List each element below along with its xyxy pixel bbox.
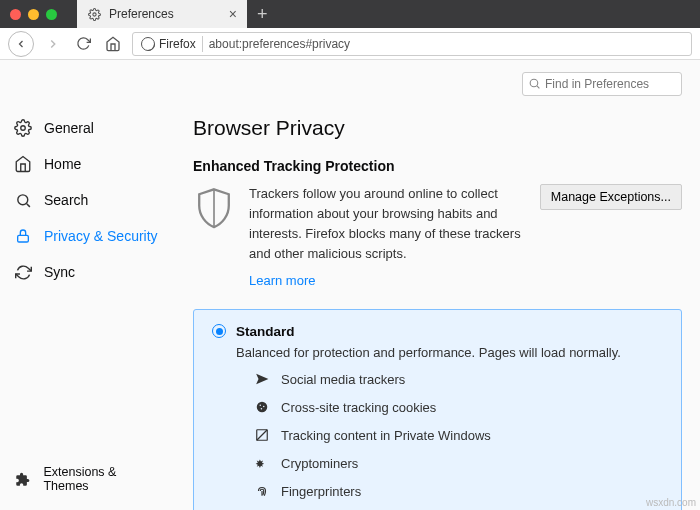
sidebar-item-sync[interactable]: Sync [0, 254, 175, 290]
svg-point-5 [530, 79, 538, 87]
url-separator [202, 36, 203, 52]
svg-point-1 [21, 126, 26, 131]
browser-tab-preferences[interactable]: Preferences × [77, 0, 247, 28]
window-zoom[interactable] [46, 9, 57, 20]
tab-title: Preferences [109, 7, 221, 21]
sidebar-item-extensions[interactable]: Extensions & Themes [0, 456, 175, 502]
search-icon [528, 77, 541, 90]
etp-description-block: Trackers follow you around online to col… [249, 184, 526, 291]
svg-point-0 [92, 12, 95, 15]
url-bar[interactable]: Firefox about:preferences#privacy [132, 32, 692, 56]
svg-line-6 [537, 86, 539, 88]
tracker-cryptominers: Cryptominers [254, 456, 663, 471]
svg-point-10 [260, 408, 262, 410]
tracking-content-icon [254, 428, 269, 443]
fingerprinter-icon [254, 484, 269, 499]
svg-point-8 [259, 405, 261, 407]
find-in-preferences-input[interactable] [522, 72, 682, 96]
shield-icon [193, 184, 235, 232]
puzzle-icon [14, 470, 31, 488]
etp-description: Trackers follow you around online to col… [249, 186, 521, 261]
url-text: about:preferences#privacy [209, 37, 350, 51]
preferences-main: Browser Privacy Enhanced Tracking Protec… [175, 60, 700, 510]
tracker-content: Tracking content in Private Windows [254, 428, 663, 443]
window-titlebar: Preferences × + [0, 0, 700, 28]
tracker-label: Fingerprinters [281, 484, 361, 499]
svg-rect-4 [18, 235, 29, 242]
sidebar-item-home[interactable]: Home [0, 146, 175, 182]
preferences-content: General Home Search Privacy & Security S… [0, 60, 700, 510]
watermark: wsxdn.com [646, 497, 696, 508]
identity-label: Firefox [159, 37, 196, 51]
nav-toolbar: Firefox about:preferences#privacy [0, 28, 700, 60]
forward-button[interactable] [42, 33, 64, 55]
cryptominer-icon [254, 456, 269, 471]
sidebar-item-label: General [44, 120, 94, 136]
sidebar-item-label: Extensions & Themes [43, 465, 161, 493]
svg-line-12 [256, 430, 267, 441]
back-button[interactable] [8, 31, 34, 57]
sidebar-item-privacy[interactable]: Privacy & Security [0, 218, 175, 254]
new-tab-button[interactable]: + [247, 4, 278, 25]
tab-close-button[interactable]: × [229, 6, 237, 22]
learn-more-link[interactable]: Learn more [249, 271, 315, 291]
gear-icon [14, 119, 32, 137]
identity-box[interactable]: Firefox [141, 37, 196, 51]
search-icon [14, 191, 32, 209]
sidebar-item-label: Sync [44, 264, 75, 280]
tracker-fingerprinters: Fingerprinters [254, 484, 663, 499]
cookie-icon [254, 400, 269, 415]
sidebar-item-general[interactable]: General [0, 110, 175, 146]
etp-header-row: Trackers follow you around online to col… [193, 184, 682, 291]
window-controls [0, 9, 77, 20]
standard-description: Balanced for protection and performance.… [236, 345, 663, 360]
tracker-label: Cross-site tracking cookies [281, 400, 436, 415]
svg-point-9 [262, 406, 264, 408]
lock-icon [14, 227, 32, 245]
standard-label: Standard [236, 324, 295, 339]
home-icon [14, 155, 32, 173]
firefox-icon [141, 37, 155, 51]
page-title: Browser Privacy [193, 116, 682, 140]
svg-line-3 [26, 203, 29, 206]
tracker-label: Social media trackers [281, 372, 405, 387]
tracker-cookies: Cross-site tracking cookies [254, 400, 663, 415]
reload-button[interactable] [72, 33, 94, 55]
tracker-label: Cryptominers [281, 456, 358, 471]
sidebar-item-label: Privacy & Security [44, 228, 158, 244]
manage-exceptions-button[interactable]: Manage Exceptions... [540, 184, 682, 210]
svg-point-2 [17, 194, 27, 204]
social-tracker-icon [254, 372, 269, 387]
window-minimize[interactable] [28, 9, 39, 20]
gear-icon [87, 7, 101, 21]
sidebar-item-label: Search [44, 192, 88, 208]
window-close[interactable] [10, 9, 21, 20]
section-title: Enhanced Tracking Protection [193, 158, 682, 174]
tracker-list: Social media trackers Cross-site trackin… [254, 372, 663, 499]
standard-radio-row[interactable]: Standard [212, 324, 663, 339]
preferences-sidebar: General Home Search Privacy & Security S… [0, 60, 175, 510]
sidebar-item-search[interactable]: Search [0, 182, 175, 218]
home-button[interactable] [102, 33, 124, 55]
svg-point-7 [256, 402, 267, 413]
sync-icon [14, 263, 32, 281]
sidebar-item-label: Home [44, 156, 81, 172]
tracker-social: Social media trackers [254, 372, 663, 387]
protection-level-standard[interactable]: Standard Balanced for protection and per… [193, 309, 682, 510]
radio-selected[interactable] [212, 324, 226, 338]
tracker-label: Tracking content in Private Windows [281, 428, 491, 443]
find-in-preferences [522, 72, 682, 96]
